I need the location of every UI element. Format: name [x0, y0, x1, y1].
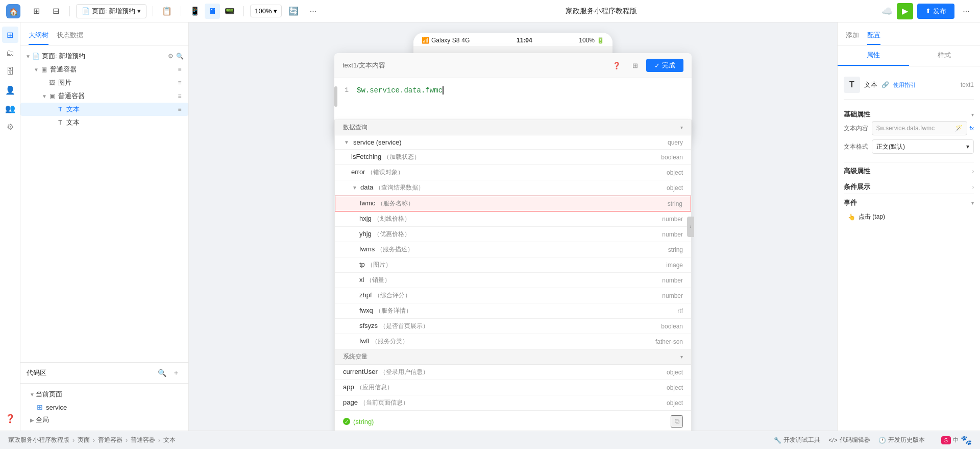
ac-section-data-query[interactable]: 数据查询 ▾ [335, 120, 691, 135]
ac-item-service[interactable]: service (service) query [335, 135, 691, 150]
status-copy-btn[interactable]: ⧉ [671, 415, 683, 428]
ac-item-fwxq[interactable]: fwxq（服务详情） rtf [335, 303, 691, 319]
right-panel-collapse-arrow[interactable]: › [687, 217, 694, 237]
breadcrumb-item-1[interactable]: 页面 [78, 436, 90, 444]
ac-item-app[interactable]: app（应用信息） object [335, 380, 691, 395]
section-events[interactable]: 事件 ▾ [844, 194, 974, 209]
container1-icon: ▣ [40, 65, 48, 74]
ac-item-service-name: service (service) [353, 138, 642, 146]
more-btn[interactable]: ··· [305, 4, 321, 19]
component-link[interactable]: 使用指引 [893, 81, 916, 89]
tree-drag-icon4[interactable]: ≡ [175, 105, 184, 114]
run-btn[interactable]: ▶ [897, 3, 913, 19]
tree-item-text2[interactable]: T 文本 [20, 116, 188, 129]
tablet-device-btn[interactable]: 📟 [222, 4, 237, 19]
ac-item-data[interactable]: data（查询结果数据） object [335, 180, 691, 196]
page-selector[interactable]: 📄 页面: 新增预约 ▾ [76, 4, 146, 18]
code-add-btn[interactable]: ＋ [170, 367, 182, 379]
fx-icon[interactable]: fx [969, 125, 974, 131]
ac-section-sys-vars[interactable]: 系统变量 ▾ [335, 349, 691, 365]
tree-search-icon[interactable]: 🔍 [175, 52, 184, 61]
tree-item-container1[interactable]: ▣ 普通容器 ≡ [20, 63, 188, 76]
tree-drag-icon2[interactable]: ≡ [175, 78, 184, 87]
zoom-control[interactable]: 100% ▾ [250, 5, 282, 17]
section-condition[interactable]: 条件展示 › [844, 178, 974, 194]
ac-item-yhjg[interactable]: yhjg（优惠价格） number [335, 227, 691, 242]
ac-service-arrow[interactable] [343, 139, 350, 146]
top-tab-config[interactable]: 配置 [867, 28, 880, 45]
prop-text-format-select[interactable]: 正文(默认) ▾ [872, 139, 974, 154]
ac-item-zhpf[interactable]: zhpf（综合评分） number [335, 288, 691, 303]
editor-done-btn[interactable]: ✓ 完成 [646, 59, 683, 72]
tree-item-container2[interactable]: ▣ 普通容器 ≡ [20, 89, 188, 103]
tree-arrow-container1[interactable] [33, 66, 40, 73]
ac-item-currentuser[interactable]: currentUser（登录用户信息） object [335, 365, 691, 380]
breadcrumb-item-4[interactable]: 文本 [163, 436, 176, 444]
editor-help-btn[interactable]: ❓ [609, 58, 624, 73]
section-advanced-props[interactable]: 高级属性 › [844, 162, 974, 178]
basic-props-header[interactable]: 基础属性 ▾ [844, 106, 974, 121]
tree-item-image[interactable]: 🖼 图片 ≡ [20, 76, 188, 89]
top-tab-add[interactable]: 添加 [846, 28, 859, 45]
sidebar-icon-outline[interactable]: ⊞ [2, 27, 18, 43]
toolbar-more-btn[interactable]: ··· [959, 4, 974, 19]
ac-item-error[interactable]: error（错误对象） object [335, 165, 691, 180]
sidebar-icon-settings[interactable]: ⚙ [2, 119, 18, 135]
publish-btn[interactable]: ⬆ 发布 [917, 4, 954, 19]
tree-drag-icon1[interactable]: ≡ [175, 65, 184, 74]
tab-state-data[interactable]: 状态数据 [57, 28, 83, 45]
event-tap-label: 点击 (tap) [859, 212, 885, 221]
tree-item-page[interactable]: 📄 页面: 新增预约 ⚙ 🔍 [20, 50, 188, 63]
ac-item-sfsyzs[interactable]: sfsyzs（是否首页展示） boolean [335, 319, 691, 334]
sidebar-icon-data[interactable]: 🗄 [2, 63, 18, 80]
breadcrumb-item-2[interactable]: 普通容器 [98, 436, 122, 444]
global-section-arrow[interactable] [29, 416, 36, 423]
sidebar-icon-users[interactable]: 👤 [2, 82, 18, 98]
code-section-current[interactable]: 当前页面 [24, 388, 184, 401]
tree-arrow-page[interactable] [24, 53, 32, 60]
events-title: 事件 [844, 198, 857, 207]
ac-item-page[interactable]: page（当前页面信息） object [335, 395, 691, 411]
debug-tool-btn[interactable]: 🔧 开发调试工具 [774, 436, 820, 444]
code-section-global[interactable]: 全局 [24, 413, 184, 427]
sidebar-icon-help[interactable]: ❓ [2, 410, 18, 427]
ac-item-xl[interactable]: xl（销量） number [335, 273, 691, 288]
tree-drag-icon3[interactable]: ≡ [175, 91, 184, 101]
brand-icons: S 中 🐾 [941, 435, 972, 446]
tab-styles[interactable]: 样式 [909, 45, 981, 66]
mobile-device-btn[interactable]: 📱 [187, 4, 203, 19]
web-device-btn[interactable]: 🖥 [205, 4, 220, 19]
tree-settings-icon[interactable]: ⚙ [166, 52, 175, 61]
layout-icon-1[interactable]: ⊞ [29, 4, 44, 19]
code-item-service[interactable]: ⊞ service [24, 401, 184, 413]
ac-item-tp[interactable]: tp（图片） image [335, 257, 691, 273]
tree-item-text1[interactable]: T 文本 ≡ [20, 103, 188, 116]
editor-expand-btn[interactable]: ⊞ [628, 58, 642, 73]
ac-item-hxjg[interactable]: hxjg（划线价格） number [335, 211, 691, 227]
ac-item-fwmc-name: fwmc（服务名称） [360, 199, 642, 208]
tab-props[interactable]: 属性 [838, 45, 909, 66]
breadcrumb-item-0[interactable]: 家政服务小程序教程版 [8, 436, 69, 444]
ac-data-arrow[interactable] [351, 184, 358, 192]
top-toolbar: 🏠 ⊞ ⊟ 📄 页面: 新增预约 ▾ 📋 📱 🖥 📟 100% ▾ 🔄 ··· … [0, 0, 980, 22]
prop-text-content-input[interactable]: $w.service.data.fwmc 🪄 [872, 121, 967, 135]
sidebar-icon-pages[interactable]: 🗂 [2, 45, 18, 61]
ac-item-fwmc[interactable]: fwmc（服务名称） string [335, 196, 691, 211]
tab-outline[interactable]: 大纲树 [29, 28, 48, 45]
current-section-arrow[interactable] [29, 391, 36, 398]
layout-icon-2[interactable]: ⊟ [48, 4, 63, 19]
code-search-btn[interactable]: 🔍 [156, 367, 168, 379]
refresh-btn[interactable]: 🔄 [286, 4, 301, 19]
ac-item-fwms[interactable]: fwms（服务描述） string [335, 242, 691, 257]
tree-arrow-container2[interactable] [41, 92, 48, 100]
breadcrumb-item-3[interactable]: 普通容器 [131, 436, 155, 444]
event-item-tap[interactable]: 👆 点击 (tap) [844, 209, 974, 224]
new-page-icon[interactable]: 📋 [159, 4, 175, 19]
code-editor-btn[interactable]: </> 代码编辑器 [828, 436, 870, 444]
ac-xl-sub: （销量） [366, 276, 390, 283]
ac-item-fwfl[interactable]: fwfl（服务分类） father-son [335, 334, 691, 349]
ac-item-isfetching[interactable]: isFetching（加载状态） boolean [335, 150, 691, 165]
history-btn[interactable]: 🕐 开发历史版本 [878, 436, 925, 444]
editor-drag-handle[interactable] [334, 86, 337, 107]
sidebar-icon-users2[interactable]: 👥 [2, 100, 18, 116]
